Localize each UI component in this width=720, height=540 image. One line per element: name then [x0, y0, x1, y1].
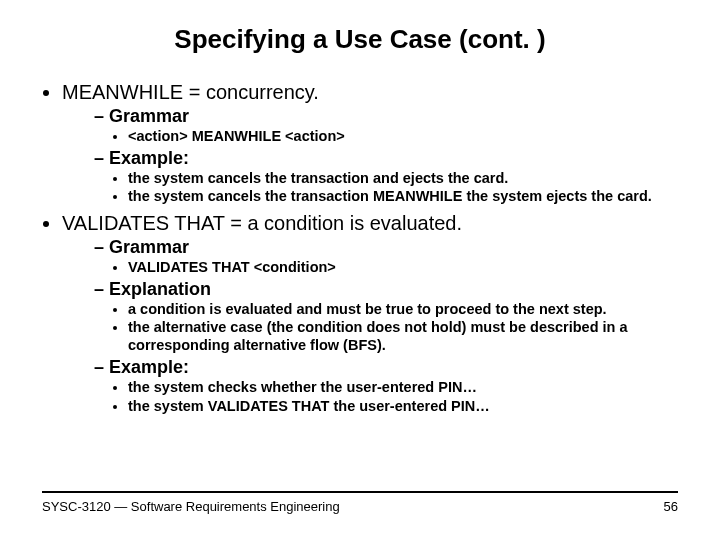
footer-divider [42, 491, 678, 493]
example-item: the system checks whether the user-enter… [128, 379, 678, 397]
sub-explanation: Explanation a condition is evaluated and… [94, 279, 678, 355]
grammar-item: <action> MEANWHILE <action> [128, 128, 678, 146]
bullet-meanwhile: MEANWHILE = concurrency. Grammar <action… [62, 81, 678, 206]
sub-grammar: Grammar <action> MEANWHILE <action> [94, 106, 678, 146]
sub-grammar: Grammar VALIDATES THAT <condition> [94, 237, 678, 277]
example-item: the system cancels the transaction and e… [128, 170, 678, 188]
sub-label: Example: [109, 357, 189, 377]
footer-course: SYSC-3120 — Software Requirements Engine… [42, 499, 340, 514]
footer: SYSC-3120 — Software Requirements Engine… [42, 491, 678, 514]
example-item: the system cancels the transaction MEANW… [128, 188, 678, 206]
sub-example: Example: the system checks whether the u… [94, 357, 678, 415]
content-list: MEANWHILE = concurrency. Grammar <action… [42, 81, 678, 415]
sub-label: Explanation [109, 279, 211, 299]
sub-label: Grammar [109, 237, 189, 257]
explanation-item: the alternative case (the condition does… [128, 319, 678, 354]
explanation-item: a condition is evaluated and must be tru… [128, 301, 678, 319]
bullet-text: MEANWHILE = concurrency. [62, 81, 319, 103]
bullet-text: VALIDATES THAT = a condition is evaluate… [62, 212, 462, 234]
example-item: the system VALIDATES THAT the user-enter… [128, 398, 678, 416]
sub-label: Grammar [109, 106, 189, 126]
grammar-item: VALIDATES THAT <condition> [128, 259, 678, 277]
footer-page-number: 56 [664, 499, 678, 514]
bullet-validates: VALIDATES THAT = a condition is evaluate… [62, 212, 678, 415]
sub-example: Example: the system cancels the transact… [94, 148, 678, 206]
slide-title: Specifying a Use Case (cont. ) [42, 24, 678, 55]
sub-label: Example: [109, 148, 189, 168]
slide: Specifying a Use Case (cont. ) MEANWHILE… [0, 0, 720, 540]
